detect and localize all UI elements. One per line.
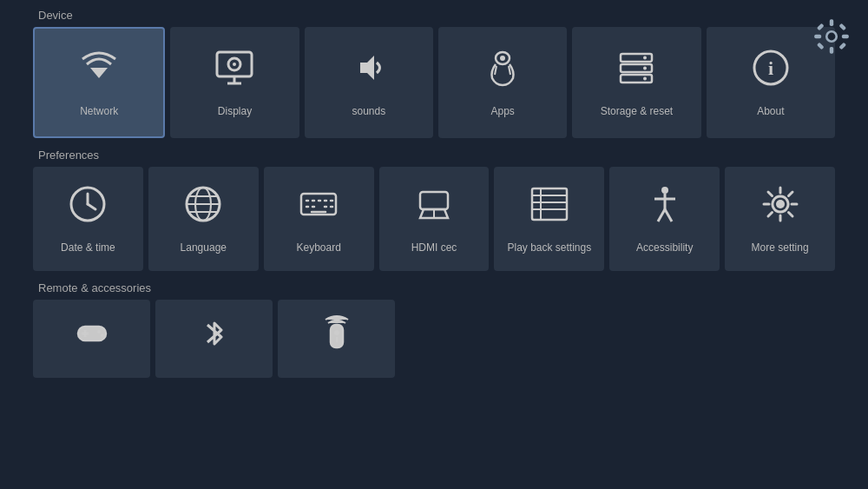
svg-line-60 [665, 209, 672, 221]
svg-line-67 [788, 212, 792, 216]
storage-icon [615, 47, 657, 96]
svg-rect-3 [830, 47, 833, 54]
tile-accessibility-label: Accessibility [636, 241, 693, 255]
svg-rect-5 [842, 35, 849, 38]
svg-rect-6 [817, 23, 825, 31]
svg-rect-8 [817, 43, 825, 50]
apps-icon [482, 47, 523, 96]
bluetooth-icon [194, 313, 235, 362]
svg-marker-10 [90, 68, 108, 78]
tile-hdmi-cec[interactable]: HDMI cec [379, 167, 490, 271]
tile-hdmi-cec-label: HDMI cec [411, 241, 457, 255]
tile-language[interactable]: Language [148, 167, 259, 271]
tile-storage[interactable]: Storage & reset [572, 27, 700, 138]
svg-line-59 [658, 209, 665, 221]
svg-line-19 [495, 66, 496, 75]
svg-point-61 [776, 200, 785, 208]
tile-storage-label: Storage & reset [601, 105, 673, 119]
tile-language-label: Language [181, 241, 227, 255]
tile-sounds-label: sounds [352, 105, 385, 119]
svg-line-66 [768, 192, 773, 196]
tile-network[interactable]: Network [33, 27, 165, 138]
svg-line-20 [509, 66, 510, 75]
tile-accessibility[interactable]: Accessibility [609, 167, 720, 271]
svg-rect-22 [621, 64, 652, 72]
svg-rect-21 [621, 54, 652, 62]
tile-playback[interactable]: Play back settings [494, 167, 604, 271]
keyboard-icon [298, 183, 339, 233]
svg-point-18 [500, 56, 505, 61]
preferences-section-label: Preferences [0, 140, 868, 167]
svg-rect-9 [838, 43, 846, 50]
svg-rect-4 [814, 35, 821, 38]
tile-network-label: Network [80, 105, 118, 119]
tile-more-setting[interactable]: More setting [725, 167, 835, 271]
svg-line-69 [768, 212, 773, 216]
settings-gear-button[interactable] [811, 16, 852, 57]
tile-apps[interactable]: Apps [438, 27, 567, 138]
device-section-label: Device [0, 0, 868, 27]
tile-keyboard-label: Keyboard [296, 241, 340, 255]
playback-icon [529, 183, 570, 233]
svg-marker-16 [360, 56, 374, 80]
tile-about-label: About [757, 105, 784, 119]
remote-tiles-row [0, 300, 868, 378]
svg-text:i: i [768, 57, 773, 79]
accessibility-icon [644, 183, 686, 233]
tile-display[interactable]: Display [170, 27, 299, 138]
svg-rect-7 [838, 23, 846, 31]
tile-keyboard[interactable]: Keyboard [264, 167, 374, 271]
tile-bluetooth[interactable] [155, 300, 273, 378]
svg-rect-75 [331, 325, 343, 347]
tile-remote[interactable] [278, 300, 395, 378]
remote-section-label: Remote & accessories [0, 273, 868, 300]
svg-line-68 [788, 192, 792, 196]
tile-display-label: Display [218, 105, 252, 119]
svg-point-26 [643, 76, 647, 80]
sound-icon [348, 47, 390, 96]
svg-line-31 [88, 204, 95, 209]
svg-point-15 [233, 63, 236, 66]
gear-small-icon [760, 183, 801, 233]
svg-point-74 [101, 334, 104, 337]
tile-playback-label: Play back settings [508, 241, 592, 255]
clock-icon [67, 183, 108, 233]
svg-rect-2 [830, 19, 833, 26]
svg-point-25 [643, 66, 647, 69]
svg-point-73 [97, 330, 101, 334]
tile-more-setting-label: More setting [752, 241, 809, 255]
svg-rect-23 [621, 75, 652, 83]
display-icon [214, 47, 255, 96]
svg-point-76 [334, 330, 339, 335]
svg-point-56 [661, 187, 668, 194]
svg-rect-48 [420, 192, 448, 209]
svg-rect-51 [532, 188, 567, 220]
globe-icon [182, 183, 224, 233]
hdmi-icon [413, 183, 455, 233]
wifi-icon [78, 47, 120, 96]
remote-icon [316, 313, 358, 362]
info-icon: i [750, 47, 792, 96]
preferences-tiles-row: Date & time Language Keyboard HDMI cec [0, 167, 868, 271]
svg-point-1 [828, 33, 836, 41]
tile-date-time-label: Date & time [61, 241, 115, 255]
device-tiles-row: Network Display sounds Apps [0, 27, 868, 138]
tile-sounds[interactable]: sounds [305, 27, 433, 138]
tile-date-time[interactable]: Date & time [33, 167, 143, 271]
tile-apps-label: Apps [490, 105, 514, 119]
tile-gamepad[interactable] [33, 300, 150, 378]
svg-point-24 [643, 56, 647, 59]
gamepad-icon [71, 313, 113, 362]
